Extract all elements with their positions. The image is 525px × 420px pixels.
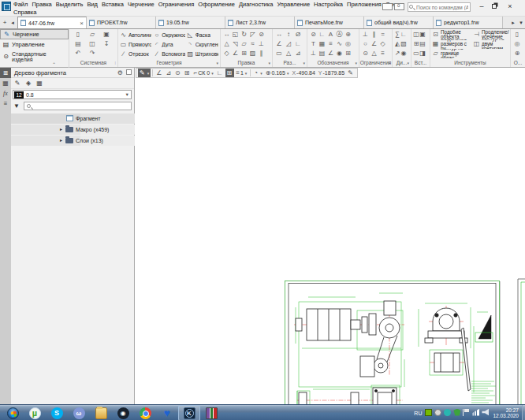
mode-tab-cherchenie[interactable]: ✎ Черчение <box>0 29 69 39</box>
menu-Правка[interactable]: Правка <box>32 1 51 9</box>
tool-icon[interactable]: ⊙ <box>361 49 370 58</box>
drawing-sheet-right[interactable] <box>516 276 525 420</box>
tool-icon[interactable]: ▤ <box>419 39 426 49</box>
tool-icon[interactable]: △ <box>284 49 293 58</box>
layers-icon[interactable]: ◈ <box>24 79 33 88</box>
tool-icon[interactable]: ∠ <box>274 39 284 49</box>
tool-icon[interactable]: ◹ <box>231 39 240 49</box>
tool-icon[interactable]: ◎ <box>344 39 352 49</box>
tool-icon[interactable]: ▤ <box>71 39 85 49</box>
menu-Настройка[interactable]: Настройка <box>314 1 343 9</box>
tool-icon[interactable]: ▱ <box>85 30 99 39</box>
tool-icon[interactable]: ↔ <box>222 30 231 39</box>
drawing-sheet-left[interactable] <box>285 281 500 420</box>
network-tray-icon[interactable] <box>472 409 479 416</box>
taskbar-chrome[interactable] <box>134 405 156 420</box>
app-logo-icon[interactable] <box>2 2 11 11</box>
tool-icon[interactable]: ◨ <box>419 49 426 58</box>
tool-icon[interactable]: ⊞ <box>240 49 248 58</box>
tool-icon[interactable]: △ <box>222 39 231 49</box>
tab-list-button[interactable]: ▾ <box>517 18 525 28</box>
tool-icon[interactable]: A <box>326 30 335 39</box>
tool-icon[interactable]: ↕ <box>284 30 293 39</box>
taskbar-heart[interactable]: ♥ <box>156 405 178 420</box>
show-desktop-button[interactable] <box>522 405 525 420</box>
tool-icon[interactable]: ◇ <box>378 39 387 49</box>
group-label[interactable]: Геометрия▾ <box>118 59 220 67</box>
menu-Файл[interactable]: Файл <box>13 1 28 9</box>
tool-icon[interactable]: Ø <box>293 30 303 39</box>
tool-icon[interactable]: ◎ <box>512 39 522 49</box>
tree-panel-icon[interactable]: ≣ <box>0 68 11 78</box>
tool-icon[interactable]: ↻ <box>240 30 248 39</box>
tool-icon[interactable]: ⊥ <box>361 30 370 39</box>
tool-icon[interactable]: ▤ <box>318 49 326 58</box>
tab-ПРОЕКТ.frw[interactable]: ПРОЕКТ.frw <box>87 17 156 28</box>
record-tray-icon[interactable] <box>434 409 441 416</box>
tree-item-Слои (x13)[interactable]: ▸Слои (x13) <box>11 136 135 146</box>
tab-scroll-right-button[interactable]: ▸ <box>509 18 517 28</box>
grid-toggle[interactable]: ⊞ <box>183 69 192 77</box>
tool-icon[interactable]: ⊕ <box>344 30 352 39</box>
menu-Черчение[interactable]: Черчение <box>128 1 155 9</box>
delete-objects-button[interactable]: ✎▾ <box>138 69 151 77</box>
messenger-tray-icon[interactable] <box>444 409 451 416</box>
layer-select[interactable]: ≡1▾ <box>234 69 248 77</box>
tool-icon[interactable]: ▯ <box>512 30 522 39</box>
tool-icon[interactable]: ⊘ <box>257 30 266 39</box>
tool-Автолиния[interactable]: ∿Автолиния <box>120 30 151 39</box>
tool-Вспомогатель. прямая[interactable]: ∕Вспомогатель. прямая <box>153 49 184 58</box>
tab-редуктор1.frw[interactable]: редуктор1.frw <box>434 17 503 28</box>
close-button[interactable]: × <box>505 2 516 12</box>
tool-Окружность[interactable]: ○Окружность <box>153 30 184 39</box>
tool-icon[interactable]: ∥ <box>257 49 266 58</box>
taskbar-utorrent[interactable]: µ <box>24 405 46 420</box>
group-label[interactable]: О... <box>511 59 525 67</box>
tool-icon[interactable]: ▭ <box>413 49 419 58</box>
tool-Фаска[interactable]: ◺Фаска <box>187 30 218 39</box>
tool-icon[interactable]: ▣ <box>419 30 426 39</box>
tool-icon[interactable]: ∠ <box>370 39 378 49</box>
command-search-input[interactable] <box>408 2 471 12</box>
tool-icon[interactable]: ⊿ <box>293 49 303 58</box>
tool-icon[interactable]: ∠ <box>231 49 240 58</box>
mode-tab-upravlenie[interactable]: ▤ Управление <box>0 39 69 50</box>
snap-perp-icon[interactable]: ⊿ <box>164 69 173 77</box>
taskbar-steam[interactable]: ◉ <box>112 405 134 420</box>
collapse-ribbon-icon[interactable]: ⌃ <box>52 61 56 67</box>
expander-icon[interactable]: ▸ <box>60 125 62 135</box>
ortho-toggle[interactable]: ∟ <box>215 69 225 77</box>
drawing-canvas[interactable] <box>135 68 525 404</box>
snap-angle-icon[interactable]: ∠ <box>155 69 164 77</box>
tool-icon[interactable]: ↗ <box>394 49 400 58</box>
tool-icon[interactable]: ◸ <box>248 30 257 39</box>
menu-Выделить[interactable]: Выделить <box>56 1 84 9</box>
tab-Лист 2,3.frw[interactable]: Лист 2,3.frw <box>225 17 295 28</box>
menu-Оформление[interactable]: Оформление <box>198 1 235 9</box>
tool-icon[interactable]: ∑ <box>394 30 400 39</box>
tree-search-input[interactable] <box>24 102 132 110</box>
draw-style-icon[interactable]: ✎ <box>13 79 22 88</box>
tool-icon[interactable]: ≡ <box>378 49 387 58</box>
filter-funnel-icon[interactable]: ▼ <box>13 102 20 110</box>
tool-Штриховка[interactable]: ▨Штриховка <box>187 49 218 58</box>
zoom-level-select[interactable]: ⊕0.165▾ <box>264 69 291 77</box>
chevron-down-icon[interactable]: ▼ <box>125 91 129 99</box>
menu-Диагностика[interactable]: Диагностика <box>239 1 273 9</box>
tool-Подобие объекта[interactable]: ⊡Подобие объекта <box>432 30 471 39</box>
screen-preview-icon[interactable] <box>394 3 404 10</box>
taskbar-skype[interactable]: S <box>46 405 68 420</box>
tool-icon[interactable]: ↔ <box>274 30 284 39</box>
taskbar-clock[interactable]: 20:27 12.03.2020 <box>493 407 519 418</box>
taskbar-explorer[interactable] <box>90 405 112 420</box>
tool-icon[interactable]: T <box>309 39 318 49</box>
menu-panel-icon[interactable]: ≡ <box>0 98 11 109</box>
snaps-toggle-active[interactable]: ⊞ <box>225 69 235 77</box>
pencil-icon[interactable]: ✎ <box>346 69 356 77</box>
menu-Справка[interactable]: Справка <box>13 9 36 17</box>
group-label[interactable]: Вст... <box>411 59 430 67</box>
tool-icon[interactable]: ◇ <box>222 49 231 58</box>
language-indicator[interactable]: RU <box>414 411 422 416</box>
parameters-panel-icon[interactable]: ▦ <box>0 78 11 88</box>
group-label[interactable]: Системная⁞ <box>69 59 117 67</box>
